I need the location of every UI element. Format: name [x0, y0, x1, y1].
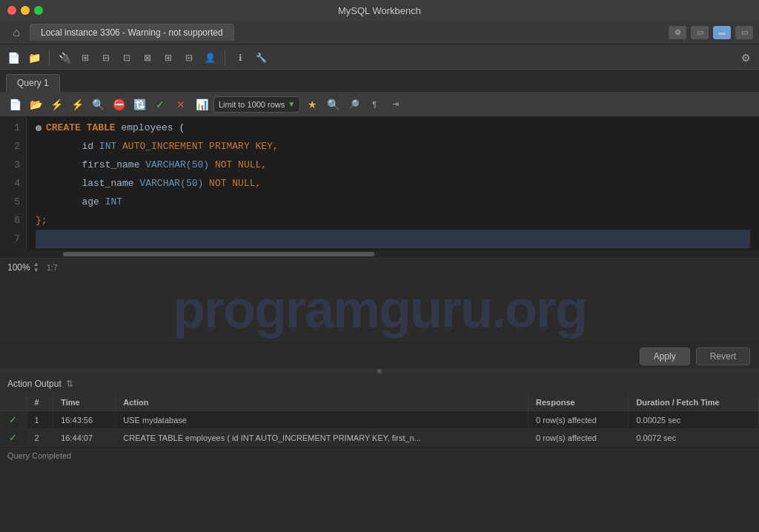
- app-title: MySQL Workbench: [338, 5, 421, 16]
- row-duration-1: 0.00025 sec: [629, 411, 759, 429]
- status-text: Query Completed: [7, 451, 71, 460]
- row-response-2: 0 row(s) affected: [528, 429, 629, 447]
- close-button[interactable]: [7, 6, 16, 15]
- editor-scrollbar[interactable]: [0, 250, 759, 258]
- output-table-body: ✓ 1 16:43:56 USE mydatabase 0 row(s) aff…: [0, 411, 759, 447]
- line-num-1: 1: [0, 119, 20, 137]
- line-numbers: 1 2 3 4 5 6 7: [0, 117, 27, 250]
- settings-area: ⚙: [737, 49, 755, 67]
- db-proc-icon[interactable]: ⊠: [139, 49, 156, 67]
- editor-status-bar: 100% ▲ ▼ 1:7: [0, 258, 759, 276]
- output-title: Action Output: [7, 379, 62, 389]
- header-row: # Time Action Response Duration / Fetch …: [0, 394, 759, 411]
- cursor-position: 1:7: [47, 263, 58, 272]
- check-icon[interactable]: ✓: [151, 96, 169, 113]
- code-line-3: first_name VARCHAR( 50 ) NOT NULL ,: [36, 156, 750, 174]
- dropdown-arrow-icon: ▼: [288, 100, 295, 108]
- connection-tab[interactable]: Local instance 3306 - Warning - not supp…: [30, 24, 234, 41]
- execute-icon[interactable]: ⚡: [47, 96, 65, 113]
- home-icon[interactable]: ⌂: [6, 22, 27, 43]
- toolbar-separator-2: [225, 50, 225, 65]
- row-num-2: 2: [27, 429, 53, 447]
- db-info-icon[interactable]: ℹ: [231, 49, 249, 67]
- revert-button[interactable]: Revert: [696, 348, 750, 365]
- export-icon[interactable]: ⇥: [386, 96, 404, 113]
- output-collapse-icon[interactable]: ⇅: [66, 379, 73, 389]
- title-bar: MySQL Workbench: [0, 0, 759, 21]
- zoom-down-icon[interactable]: ▼: [33, 267, 39, 273]
- table-row: ✓ 2 16:44:07 CREATE TABLE employees ( id…: [0, 429, 759, 447]
- panel-icon[interactable]: ▬: [713, 26, 731, 39]
- execute-script-icon[interactable]: ⚡: [68, 96, 86, 113]
- db-table-icon[interactable]: ⊟: [97, 49, 115, 67]
- zoom-control[interactable]: 100% ▲ ▼: [7, 262, 39, 273]
- row-response-1: 0 row(s) affected: [528, 411, 629, 429]
- check-icon-2: ✓: [9, 432, 17, 443]
- table-name: employees: [121, 119, 173, 137]
- kw-create: CREATE: [46, 119, 81, 137]
- word-wrap-icon[interactable]: ¶: [365, 96, 383, 113]
- limit-label: Limit to 1000 rows: [219, 100, 285, 109]
- bottom-panel-icon[interactable]: ▭: [735, 26, 753, 39]
- tab-bar: ⌂ Local instance 3306 - Warning - not su…: [0, 21, 759, 44]
- exec-indicator: [36, 125, 42, 131]
- sidebar-toggle-icon[interactable]: ▭: [691, 26, 709, 39]
- col-time: Time: [53, 394, 116, 411]
- editor-area[interactable]: 1 2 3 4 5 6 7 CREATE TABLE employees (: [0, 117, 759, 258]
- db-extra-icon[interactable]: 🔧: [252, 49, 270, 67]
- apply-button[interactable]: Apply: [640, 348, 690, 365]
- code-line-2: id INT AUTO_INCREMENT PRIMARY KEY ,: [36, 137, 750, 156]
- col-action: Action: [116, 394, 528, 411]
- kw-table: TABLE: [87, 119, 116, 137]
- zoom-arrows[interactable]: ▲ ▼: [33, 262, 39, 273]
- exec-dot-icon: [36, 125, 42, 131]
- cancel-icon[interactable]: ✕: [172, 96, 190, 113]
- window-controls[interactable]: [7, 6, 43, 15]
- code-lines[interactable]: CREATE TABLE employees ( id INT AUTO_INC…: [27, 117, 759, 250]
- code-line-5: age INT: [36, 193, 750, 211]
- search-icon[interactable]: 🔍: [324, 96, 342, 113]
- line-num-5: 5: [0, 193, 20, 211]
- bookmark-icon[interactable]: ★: [303, 96, 321, 113]
- maximize-button[interactable]: [34, 6, 43, 15]
- stop-all-icon[interactable]: ⛔: [110, 96, 127, 113]
- db-view-icon[interactable]: ⊡: [118, 49, 136, 67]
- db-connect-icon[interactable]: 🔌: [56, 49, 73, 67]
- schema-icon[interactable]: 📊: [193, 96, 211, 113]
- new-file-icon[interactable]: 📄: [4, 49, 22, 67]
- db-func-icon[interactable]: ⊞: [159, 49, 177, 67]
- col-check: [0, 394, 27, 411]
- line-num-4: 4: [0, 174, 20, 193]
- line-num-3: 3: [0, 156, 20, 174]
- code-line-4: last_name VARCHAR( 50 ) NOT NULL ,: [36, 174, 750, 193]
- query-tab-strip: Query 1: [0, 71, 759, 92]
- scrollbar-thumb[interactable]: [63, 252, 374, 256]
- stop-icon[interactable]: 🔍: [89, 96, 107, 113]
- settings-icon[interactable]: ⚙: [669, 26, 686, 39]
- minimize-button[interactable]: [21, 6, 30, 15]
- output-header: Action Output ⇅: [0, 373, 759, 394]
- watermark-text: programguru.org: [173, 279, 586, 339]
- preferences-icon[interactable]: ⚙: [737, 49, 755, 67]
- toolbar-row1: 📄 📁 🔌 ⊞ ⊟ ⊡ ⊠ ⊞ ⊟ 👤 ℹ 🔧 ⚙: [0, 44, 759, 71]
- toolbar-row2: 📄 📂 ⚡ ⚡ 🔍 ⛔ 🔃 ✓ ✕ 📊 Limit to 1000 rows ▼…: [0, 92, 759, 117]
- find-icon[interactable]: 🔎: [345, 96, 362, 113]
- check-icon-1: ✓: [9, 414, 17, 425]
- refresh-icon[interactable]: 🔃: [130, 96, 148, 113]
- watermark-area: programguru.org: [0, 276, 759, 342]
- row-check-2: ✓: [0, 429, 27, 447]
- row-check-1: ✓: [0, 411, 27, 429]
- code-line-6: };: [36, 211, 750, 230]
- query-tab[interactable]: Query 1: [6, 74, 60, 92]
- open-file-icon[interactable]: 📁: [25, 49, 43, 67]
- line-num-7: 7: [0, 230, 20, 248]
- new-query-icon[interactable]: 📄: [6, 96, 24, 113]
- output-table-header: # Time Action Response Duration / Fetch …: [0, 394, 759, 411]
- bottom-status-bar: Query Completed: [0, 447, 759, 463]
- limit-dropdown[interactable]: Limit to 1000 rows ▼: [213, 96, 300, 113]
- db-schema-icon[interactable]: ⊞: [76, 49, 94, 67]
- db-trigger-icon[interactable]: ⊟: [180, 49, 198, 67]
- line-num-6: 6: [0, 211, 20, 230]
- db-user-icon[interactable]: 👤: [201, 49, 219, 67]
- open-query-icon[interactable]: 📂: [27, 96, 44, 113]
